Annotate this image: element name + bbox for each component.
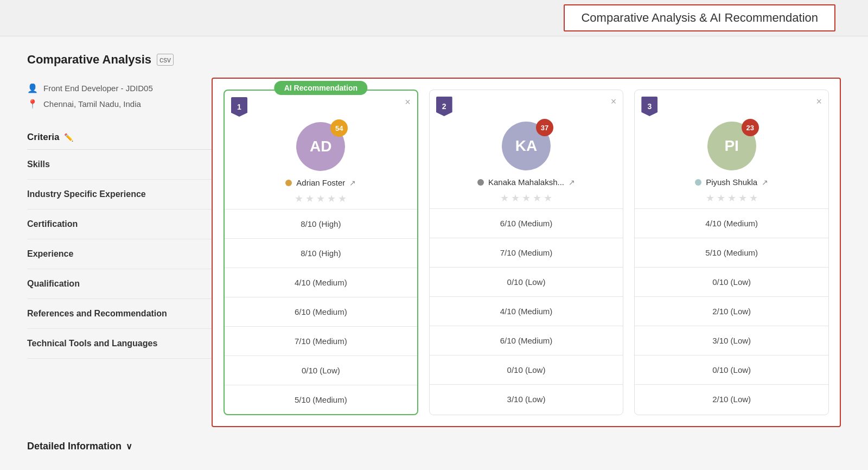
card-header: 3× [635, 90, 828, 116]
csv-export-button[interactable]: csv [157, 54, 174, 66]
score-badge: 37 [536, 119, 553, 136]
criteria-row-item: Experience [27, 239, 212, 269]
avatar-section: KA37 [430, 116, 623, 173]
candidate-name-row: Adrian Foster↗ [225, 174, 417, 189]
score-row-0: 8/10 (High) [225, 209, 417, 239]
location-icon: 📍 [27, 99, 38, 109]
score-row-6: 2/10 (Low) [635, 385, 828, 414]
rank-badge-2: 2 [436, 97, 452, 116]
detailed-info-label: Detailed Information [27, 441, 122, 452]
score-row-3: 2/10 (Low) [635, 297, 828, 326]
close-button[interactable]: × [816, 97, 822, 106]
candidate-name-row: Piyush Shukla↗ [635, 173, 828, 189]
card-data-rows: 8/10 (High)8/10 (High)4/10 (Medium)6/10 … [225, 209, 417, 414]
candidate-name-row: Kanaka Mahalaksh...↗ [430, 173, 623, 189]
score-row-5: 0/10 (Low) [430, 355, 623, 385]
score-row-4: 7/10 (Medium) [225, 327, 417, 356]
person-icon: 👤 [27, 83, 38, 93]
external-link-icon[interactable]: ↗ [349, 179, 356, 187]
score-row-3: 6/10 (Medium) [225, 297, 417, 327]
star-icon: ★ [305, 193, 314, 205]
stars-row: ★★★★★ [225, 189, 417, 209]
score-badge: 54 [330, 119, 348, 137]
layout: 👤 Front End Developer - JDID05 📍 Chennai… [27, 78, 841, 427]
ai-recommendation-badge: AI Recommendation [275, 81, 367, 95]
score-row-5: 0/10 (Low) [635, 355, 828, 385]
criteria-row-item: References and Recommendation [27, 299, 212, 329]
stars-row: ★★★★★ [635, 189, 828, 208]
star-icon: ★ [717, 192, 725, 204]
criteria-rows: SkillsIndustry Specific ExperienceCertif… [27, 150, 212, 359]
right-panel: AI Recommendation1×AD54Adrian Foster↗★★★… [212, 78, 841, 427]
job-role: Front End Developer - JDID05 [43, 84, 153, 93]
star-icon: ★ [295, 193, 303, 205]
score-row-2: 0/10 (Low) [430, 268, 623, 297]
job-info: 👤 Front End Developer - JDID05 📍 Chennai… [27, 83, 212, 109]
star-icon: ★ [511, 192, 520, 204]
candidate-name: Adrian Foster [296, 178, 345, 187]
score-row-2: 0/10 (Low) [635, 268, 828, 297]
criteria-row-item: Skills [27, 150, 212, 180]
criteria-row-item: Technical Tools and Languages [27, 329, 212, 359]
score-row-1: 5/10 (Medium) [635, 238, 828, 268]
candidates-grid: AI Recommendation1×AD54Adrian Foster↗★★★… [224, 90, 829, 415]
job-location-row: 📍 Chennai, Tamil Nadu, India [27, 99, 212, 109]
star-icon: ★ [738, 192, 747, 204]
detailed-info-section[interactable]: Detailed Information ∨ [27, 441, 841, 452]
avatar: KA37 [502, 122, 551, 170]
avatar: PI23 [707, 122, 756, 170]
criteria-row-item: Qualification [27, 269, 212, 299]
status-dot [285, 180, 292, 186]
criteria-label: Criteria ✏️ [27, 125, 212, 150]
star-icon: ★ [327, 193, 336, 205]
main-content: Comparative Analysis csv 👤 Front End Dev… [0, 36, 868, 468]
top-bar-title: Comparative Analysis & AI Recommendation [564, 4, 835, 31]
status-dot [695, 179, 701, 186]
score-row-2: 4/10 (Medium) [225, 268, 417, 297]
score-row-0: 4/10 (Medium) [635, 209, 828, 238]
job-role-row: 👤 Front End Developer - JDID05 [27, 83, 212, 93]
avatar-section: PI23 [635, 116, 828, 173]
star-icon: ★ [316, 193, 325, 205]
score-row-0: 6/10 (Medium) [430, 209, 623, 238]
star-icon: ★ [500, 192, 509, 204]
candidate-card-3: 3×PI23Piyush Shukla↗★★★★★4/10 (Medium)5/… [634, 90, 829, 415]
score-row-6: 3/10 (Low) [430, 385, 623, 414]
star-icon: ★ [749, 192, 758, 204]
star-icon: ★ [727, 192, 736, 204]
rank-badge-3: 3 [641, 97, 658, 116]
external-link-icon[interactable]: ↗ [762, 178, 768, 187]
score-row-5: 0/10 (Low) [225, 356, 417, 385]
avatar: AD54 [296, 122, 345, 171]
top-bar: Comparative Analysis & AI Recommendation [0, 0, 868, 36]
criteria-row-item: Certification [27, 209, 212, 239]
criteria-row-item: Industry Specific Experience [27, 180, 212, 209]
score-row-6: 5/10 (Medium) [225, 385, 417, 414]
avatar-section: AD54 [225, 117, 417, 174]
close-button[interactable]: × [611, 97, 617, 106]
score-row-4: 3/10 (Low) [635, 326, 828, 355]
job-location: Chennai, Tamil Nadu, India [43, 99, 141, 109]
stars-row: ★★★★★ [430, 189, 623, 208]
section-heading: Comparative Analysis [27, 53, 151, 67]
section-header: Comparative Analysis csv [27, 53, 841, 67]
star-icon: ★ [544, 192, 552, 204]
score-row-3: 4/10 (Medium) [430, 297, 623, 326]
star-icon: ★ [522, 192, 531, 204]
score-badge: 23 [742, 119, 759, 136]
card-header: 2× [430, 90, 623, 116]
card-data-rows: 6/10 (Medium)7/10 (Medium)0/10 (Low)4/10… [430, 208, 623, 414]
close-button[interactable]: × [405, 97, 411, 107]
status-dot [477, 179, 484, 186]
star-icon: ★ [533, 192, 541, 204]
rank-badge-1: 1 [231, 97, 247, 117]
external-link-icon[interactable]: ↗ [569, 178, 575, 187]
candidate-name: Kanaka Mahalaksh... [488, 177, 564, 187]
candidate-card-1: AI Recommendation1×AD54Adrian Foster↗★★★… [224, 90, 418, 415]
chevron-down-icon: ∨ [126, 441, 132, 452]
score-row-1: 8/10 (High) [225, 239, 417, 268]
criteria-edit-icon[interactable]: ✏️ [64, 133, 73, 142]
score-row-4: 6/10 (Medium) [430, 326, 623, 355]
left-panel: 👤 Front End Developer - JDID05 📍 Chennai… [27, 78, 212, 427]
score-row-1: 7/10 (Medium) [430, 238, 623, 268]
